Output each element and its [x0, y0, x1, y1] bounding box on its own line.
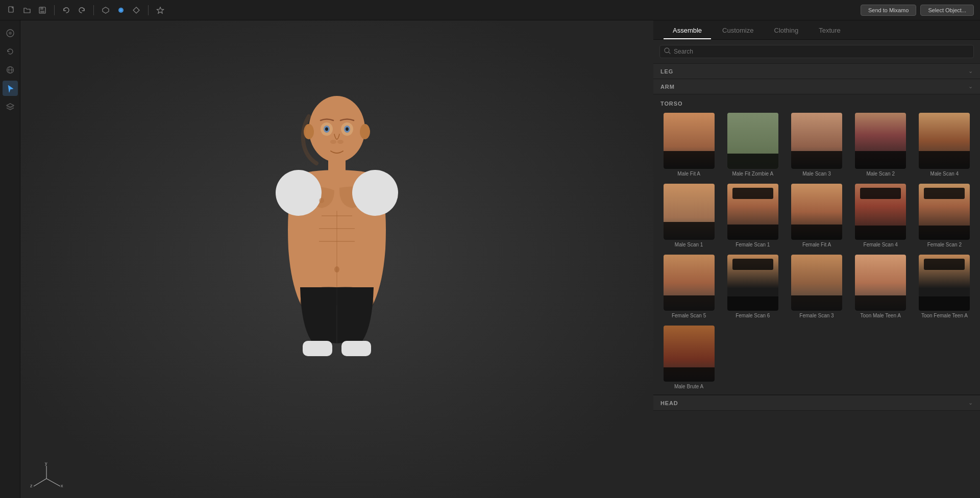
list-item[interactable]: Female Scan 5: [658, 253, 719, 320]
sidebar-globe-icon[interactable]: [3, 62, 18, 78]
list-item[interactable]: Toon Female Teen A: [914, 253, 975, 320]
svg-rect-2: [40, 7, 43, 10]
svg-marker-6: [133, 7, 139, 13]
svg-point-30: [346, 128, 349, 131]
tab-assemble[interactable]: Assemble: [664, 22, 711, 39]
item-label: Male Fit A: [677, 171, 700, 177]
box-icon[interactable]: [100, 5, 111, 16]
select-object-button[interactable]: Select Object...: [920, 5, 974, 16]
torso-label: TORSO: [658, 99, 975, 111]
sidebar-move-icon[interactable]: [3, 26, 18, 41]
right-panel: Assemble Customize Clothing Texture LEG …: [653, 20, 980, 498]
item-thumb-female-fit-a: [791, 184, 842, 240]
list-item[interactable]: Male Scan 4: [914, 111, 975, 179]
arm-chevron: ⌄: [968, 83, 973, 90]
svg-rect-24: [341, 341, 371, 356]
svg-rect-23: [303, 341, 332, 356]
top-bar: Send to Mixamo Select Object...: [0, 0, 980, 20]
arm-label: ARM: [660, 84, 675, 90]
svg-point-9: [9, 32, 12, 35]
search-input[interactable]: [674, 48, 969, 55]
left-sidebar: [0, 20, 20, 498]
list-item[interactable]: Male Fit A: [658, 111, 719, 179]
item-thumb-female-scan-5: [664, 255, 715, 311]
open-icon[interactable]: [21, 5, 33, 16]
active-mode-icon[interactable]: [115, 5, 127, 16]
svg-marker-7: [157, 7, 164, 13]
item-label: Female Scan 3: [799, 313, 834, 318]
svg-point-16: [360, 124, 370, 139]
item-thumb-female-scan-4: [855, 184, 906, 240]
save-icon[interactable]: [37, 5, 48, 16]
figure-svg: [255, 86, 419, 433]
leg-chevron: ⌄: [968, 68, 973, 74]
item-label: Female Scan 4: [864, 242, 898, 247]
section-leg[interactable]: LEG ⌄: [653, 64, 980, 79]
list-item[interactable]: Male Brute A: [658, 323, 719, 391]
item-label: Female Scan 6: [736, 313, 770, 318]
svg-text:z: z: [30, 483, 33, 488]
svg-text:x: x: [61, 483, 63, 488]
new-icon[interactable]: [6, 5, 17, 16]
separator-3: [148, 5, 149, 15]
separator-2: [93, 5, 94, 15]
list-item[interactable]: Female Scan 6: [722, 253, 783, 320]
list-item[interactable]: Male Scan 1: [658, 182, 719, 250]
tab-customize[interactable]: Customize: [713, 22, 763, 39]
list-item[interactable]: Male Scan 3: [786, 111, 847, 179]
list-item[interactable]: Female Scan 4: [850, 182, 911, 250]
send-to-mixamo-button[interactable]: Send to Mixamo: [861, 5, 916, 16]
svg-point-34: [334, 266, 339, 272]
viewport[interactable]: y z x: [20, 20, 653, 498]
list-item[interactable]: Female Scan 3: [786, 253, 847, 320]
tab-clothing[interactable]: Clothing: [765, 22, 808, 39]
svg-point-5: [120, 9, 122, 11]
axis-indicator: y z x: [29, 461, 64, 490]
item-thumb-male-brute: [664, 326, 715, 382]
item-label: Toon Male Teen A: [861, 313, 901, 318]
list-item[interactable]: Toon Male Teen A: [850, 253, 911, 320]
svg-point-21: [276, 170, 322, 216]
item-label: Male Scan 3: [802, 171, 831, 177]
item-thumb-toon-female-teen: [919, 255, 970, 311]
sidebar-layers-icon[interactable]: [3, 99, 18, 114]
item-label: Toon Female Teen A: [921, 313, 968, 318]
item-thumb-female-scan-1: [727, 184, 778, 240]
tab-texture[interactable]: Texture: [810, 22, 850, 39]
svg-point-31: [330, 140, 336, 144]
head-chevron: ⌄: [968, 400, 973, 406]
item-thumb-male-scan-2: [855, 113, 906, 169]
section-arm[interactable]: ARM ⌄: [653, 79, 980, 94]
head-label: HEAD: [660, 400, 678, 406]
section-head[interactable]: HEAD ⌄: [653, 395, 980, 411]
star-icon[interactable]: [155, 5, 166, 16]
item-thumb-female-scan-6: [727, 255, 778, 311]
item-thumb-male-scan-1: [664, 184, 715, 240]
top-bar-right: Send to Mixamo Select Object...: [861, 5, 974, 16]
svg-text:y: y: [45, 461, 47, 466]
torso-grid: Male Fit A Male Fit Zombie A Male S: [658, 111, 975, 391]
svg-point-29: [325, 128, 328, 131]
globe-icon[interactable]: [131, 5, 142, 16]
tabs: Assemble Customize Clothing Texture: [653, 20, 980, 40]
undo-icon[interactable]: [61, 5, 72, 16]
panel-scroll[interactable]: LEG ⌄ ARM ⌄ TORSO Male Fit A: [653, 64, 980, 498]
sidebar-cursor-icon[interactable]: [3, 81, 18, 96]
list-item[interactable]: Male Fit Zombie A: [722, 111, 783, 179]
separator: [54, 5, 55, 15]
sidebar-rotate-icon[interactable]: [3, 44, 18, 59]
item-thumb-female-scan-2: [919, 184, 970, 240]
redo-icon[interactable]: [76, 5, 87, 16]
viewport-bg: [20, 20, 653, 498]
svg-line-39: [46, 479, 60, 486]
search-bar: [653, 40, 980, 64]
item-label: Female Scan 1: [736, 242, 770, 247]
item-thumb-toon-male-teen: [855, 255, 906, 311]
list-item[interactable]: Female Scan 2: [914, 182, 975, 250]
list-item[interactable]: Female Fit A: [786, 182, 847, 250]
search-input-wrap[interactable]: [659, 45, 974, 58]
item-label: Male Brute A: [674, 384, 703, 389]
item-thumb-male-fit-a: [664, 113, 715, 169]
list-item[interactable]: Female Scan 1: [722, 182, 783, 250]
list-item[interactable]: Male Scan 2: [850, 111, 911, 179]
